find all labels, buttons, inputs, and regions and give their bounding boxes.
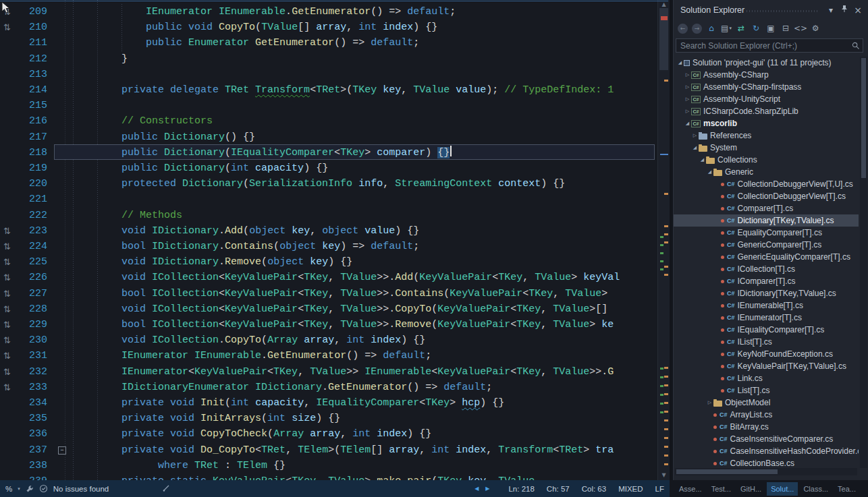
se-horizontal-scrollbar[interactable] — [675, 468, 857, 475]
search-input[interactable] — [676, 40, 863, 53]
editor-scrollbar[interactable]: ▲ ▼ — [657, 0, 670, 480]
scroll-up-icon[interactable]: ▲ — [658, 1, 670, 8]
tree-item[interactable]: C#ICollection[T].cs — [674, 263, 859, 275]
tree-item[interactable]: C#Dictionary[TKey,TValue].cs — [674, 214, 859, 227]
fold-collapse-icon[interactable]: − — [58, 446, 66, 455]
se-vertical-scrollbar[interactable] — [860, 57, 867, 468]
tool-window-tab[interactable]: Tea... — [834, 482, 860, 496]
code-line[interactable]: IEnumerator IEnumerable.GetEnumerator() … — [0, 348, 657, 363]
code-line[interactable]: void IDictionary.Add(object key, object … — [0, 223, 657, 239]
issues-status-icon[interactable] — [39, 484, 48, 493]
column-indicator[interactable]: Col: 63 — [582, 485, 606, 493]
code-line[interactable] — [0, 192, 657, 207]
collapsed-arrow-icon[interactable]: ▷ — [684, 96, 691, 102]
code-line[interactable]: private void CopyToCheck(Array array, in… — [0, 426, 657, 442]
tree-item[interactable]: C#CollectionDebuggerView[T,U].cs — [674, 178, 859, 190]
code-line[interactable]: void IDictionary.Remove(object key) {} — [0, 254, 657, 270]
tree-item[interactable]: ◢Solution 'project-gui' (11 of 11 projec… — [674, 57, 859, 69]
code-line[interactable]: public Enumerator GetEnumerator() => def… — [0, 35, 657, 51]
tool-window-tab[interactable]: GitH... — [736, 482, 765, 496]
tree-item[interactable]: ▷ObjectModel — [674, 397, 859, 409]
tree-item[interactable]: ▷C#Assembly-CSharp-firstpass — [674, 81, 859, 93]
code-line[interactable] — [0, 67, 657, 82]
collapsed-arrow-icon[interactable]: ▷ — [691, 133, 699, 138]
tool-window-tab[interactable]: Class... — [799, 482, 832, 496]
collapsed-arrow-icon[interactable]: ▷ — [706, 400, 713, 405]
scrollbar-thumb[interactable] — [861, 58, 866, 178]
collapsed-arrow-icon[interactable]: ▷ — [684, 72, 691, 78]
code-line[interactable]: private delegate TRet Transform<TRet>(TK… — [0, 82, 657, 98]
code-line[interactable] — [0, 98, 657, 113]
tree-item[interactable]: C#GenericComparer[T].cs — [674, 239, 859, 251]
tree-item[interactable]: C#IEnumerable[T].cs — [674, 299, 859, 312]
character-indicator[interactable]: Ch: 57 — [547, 485, 570, 493]
tree-item[interactable]: C#BitArray.cs — [674, 421, 859, 433]
collapsed-arrow-icon[interactable]: ▷ — [684, 84, 691, 90]
code-region[interactable]: 209⇅ IEnumerator IEnumerable.GetEnumerat… — [0, 0, 657, 480]
zoom-caret-icon[interactable]: ▾ — [18, 486, 20, 492]
code-line[interactable]: public void CopyTo(TValue[] array, int i… — [0, 20, 657, 35]
code-line[interactable]: private void Do_CopyTo<TRet, TElem>(TEle… — [0, 442, 657, 458]
collapse-all-button[interactable]: ⊟ — [779, 22, 792, 35]
scroll-down-icon[interactable]: ▼ — [658, 472, 670, 479]
tree-item[interactable]: ▷C#Assembly-UnityScript — [674, 93, 859, 105]
tree-item[interactable]: C#IDictionary[TKey,TValue].cs — [674, 287, 859, 299]
edit-tracker-icon[interactable] — [162, 484, 170, 492]
code-line[interactable]: IEnumerator IEnumerable.GetEnumerator() … — [0, 4, 657, 20]
tool-window-tab[interactable]: Test... — [707, 482, 735, 496]
code-line[interactable]: // Methods — [0, 208, 657, 223]
code-line[interactable]: protected Dictionary(SerializationInfo i… — [0, 176, 657, 192]
code-line[interactable]: bool IDictionary.Contains(object key) =>… — [0, 239, 657, 254]
sync-with-active-document-button[interactable]: ⇄ — [734, 22, 748, 35]
tree-item[interactable]: C#KeyNotFoundException.cs — [674, 348, 859, 360]
tree-item[interactable]: C#CaseInsensitiveHashCodeProvider.cs — [674, 445, 859, 457]
code-line[interactable]: private void Init(int capacity, IEqualit… — [0, 395, 657, 411]
tree-item[interactable]: C#IComparer[T].cs — [674, 275, 859, 287]
code-line[interactable]: IDictionaryEnumerator IDictionary.GetEnu… — [0, 380, 657, 395]
tree-item[interactable]: C#IList[T].cs — [674, 336, 859, 348]
tree-item[interactable]: C#IEnumerator[T].cs — [674, 312, 859, 324]
code-line[interactable]: public Dictionary() {} — [0, 129, 657, 145]
refresh-button[interactable]: ↻ — [749, 22, 763, 35]
tree-item[interactable]: ◢System — [674, 142, 859, 154]
expanded-arrow-icon[interactable]: ◢ — [676, 60, 684, 65]
expanded-arrow-icon[interactable]: ◢ — [684, 121, 691, 126]
code-line[interactable]: public Dictionary(IEqualityComparer<TKey… — [0, 145, 657, 160]
line-indicator[interactable]: Ln: 218 — [508, 485, 534, 493]
search-icon[interactable] — [852, 42, 860, 50]
tree-item[interactable]: C#CaseInsensitiveComparer.cs — [674, 433, 859, 445]
code-line[interactable]: private void InitArrays(int size) {} — [0, 411, 657, 426]
home-button[interactable]: ⌂ — [705, 22, 718, 35]
close-icon[interactable]: × — [852, 4, 864, 16]
code-line[interactable]: void ICollection.CopyTo(Array array, int… — [0, 332, 657, 348]
tree-item[interactable]: C#GenericEqualityComparer[T].cs — [674, 251, 859, 263]
tool-window-tab[interactable]: Solut... — [767, 482, 798, 496]
properties-button[interactable]: ⚙ — [809, 22, 822, 35]
background-tasks-icon[interactable] — [26, 485, 34, 493]
encoding-indicator[interactable]: MIXED — [618, 485, 643, 493]
pin-icon[interactable] — [838, 4, 850, 16]
issues-status-text[interactable]: No issues found — [53, 485, 109, 493]
tree-item[interactable]: C#CollectionBase.cs — [674, 457, 859, 468]
nest-files-button[interactable]: ▣ — [764, 22, 778, 35]
code-view-button[interactable]: <> — [794, 22, 807, 35]
tree-item[interactable]: ▷C#ICSharpCode.SharpZipLib — [674, 105, 859, 117]
panel-drag-grip[interactable] — [747, 10, 818, 12]
back-button[interactable]: ← — [678, 24, 688, 34]
tree-item[interactable]: C#KeyValuePair[TKey,TValue].cs — [674, 360, 859, 372]
code-line[interactable]: bool ICollection<KeyValuePair<TKey, TVal… — [0, 317, 657, 332]
window-position-icon[interactable]: ▾ — [825, 4, 837, 16]
tree-item[interactable]: C#Link.cs — [674, 372, 859, 384]
expanded-arrow-icon[interactable]: ◢ — [691, 145, 699, 150]
code-line[interactable]: bool ICollection<KeyValuePair<TKey, TVal… — [0, 286, 657, 301]
code-line[interactable]: void ICollection<KeyValuePair<TKey, TVal… — [0, 301, 657, 317]
tree-item[interactable]: C#Comparer[T].cs — [674, 202, 859, 214]
tree-item[interactable]: ▷C#Assembly-CSharp — [674, 69, 859, 81]
tree-item[interactable]: C#List[T].cs — [674, 384, 859, 397]
code-line[interactable]: IEnumerator<KeyValuePair<TKey, TValue>> … — [0, 364, 657, 380]
tree-item[interactable]: ◢Generic — [674, 166, 859, 178]
code-line[interactable]: private static KeyValuePair<TKey, TValue… — [0, 473, 657, 480]
tree-item[interactable]: ◢Collections — [674, 154, 859, 166]
tree-item[interactable]: C#IEqualityComparer[T].cs — [674, 324, 859, 336]
expanded-arrow-icon[interactable]: ◢ — [706, 169, 713, 175]
